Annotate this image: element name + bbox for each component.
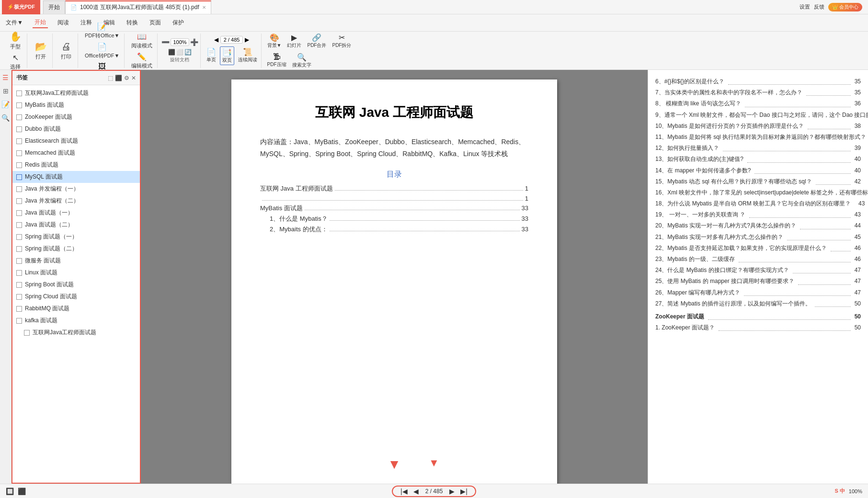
bookmark-item-20[interactable]: 互联网Java工程师面试题 (12, 327, 140, 339)
double-page-button[interactable]: 📑 双页 (220, 46, 234, 65)
sidebar-annot-icon[interactable]: 📝 (1, 101, 10, 108)
hand-icon: ✋ (10, 31, 22, 42)
open-label: 打开 (35, 53, 46, 60)
toc-page-sep: 1 (525, 195, 528, 202)
next-page-nav-button[interactable]: ▶ (447, 487, 457, 495)
bookmark-item-18[interactable]: RabbitMQ 面试题 (12, 303, 140, 315)
sidebar-bookmark-icon[interactable]: ☰ (2, 74, 9, 81)
prev-page-nav-button[interactable]: ◀ (411, 487, 421, 495)
settings-link[interactable]: 设置 (799, 3, 810, 11)
right-panel: 6、#{}和${}的区别是什么？ 35 7、当实体类中的属性名和表中的字段名不一… (648, 70, 868, 484)
print-button[interactable]: 🖨 打印 (57, 40, 76, 61)
next-page-button[interactable]: ▶ (245, 36, 249, 43)
close-tab-button[interactable]: ✕ (202, 5, 206, 10)
zoom-in-button[interactable]: ➕ (190, 38, 198, 46)
panel-collapse-button[interactable]: ⬛ (115, 75, 122, 81)
right-item-16-text: 16、Xml 映射文件中，除了常见的 select|insert|updae|d… (655, 188, 868, 197)
menu-read[interactable]: 阅读 (56, 18, 71, 28)
background-button[interactable]: 🎨 背景▼ (265, 32, 284, 50)
panel-header: 书签 ⬚ ⬛ ⚙ ✕ (12, 71, 140, 85)
red-arrow-nav: ▼ (429, 457, 439, 469)
zoom-control[interactable]: 100% (171, 38, 189, 46)
read-mode-button[interactable]: 📖 阅读模式 (128, 31, 155, 50)
fit-page-icon[interactable]: ⬜ (176, 49, 183, 56)
bookmark-item-15[interactable]: Linux 面试题 (12, 267, 140, 279)
menu-page[interactable]: 页面 (148, 18, 163, 28)
toc-item-dots: 1 (260, 195, 528, 202)
select-tool-button[interactable]: ↖ 选择 (6, 52, 25, 71)
bookmark-item-17[interactable]: Spring Cloud 面试题 (12, 291, 140, 303)
menu-convert[interactable]: 转换 (125, 18, 140, 28)
panel-expand-button[interactable]: ⬚ (108, 75, 113, 81)
open-button[interactable]: 📂 打开 (31, 40, 50, 61)
ribbon-group-zoom: ➖ 100% ➕ ⬛ ⬜ 🔄 旋转文档 (160, 34, 200, 68)
title-bar: ⚡ 极光PDF 开始 📄 1000道 互联网Java工程师面试题 485页 (1… (0, 0, 868, 14)
menu-file[interactable]: 文件▼ (4, 18, 25, 28)
single-page-button[interactable]: 📄 单页 (205, 46, 218, 65)
bookmark-item-5[interactable]: Memcached 面试题 (12, 147, 140, 159)
pdf-to-office-label: PDF转Office▼ (85, 32, 119, 39)
bookmark-item-8[interactable]: Java 并发编程（一） (12, 183, 140, 195)
pdf-to-office-button[interactable]: 📝 PDF转Office▼ (82, 21, 122, 40)
toc-text-mybatis: MyBatis 面试题 (260, 204, 303, 213)
hand-tool-button[interactable]: ✋ 手型 (6, 30, 25, 51)
bookmark-item-10[interactable]: Java 面试题（一） (12, 207, 140, 219)
edit-mode-button[interactable]: ✏️ 编辑模式 (128, 51, 155, 70)
page-control[interactable]: 2 / 485 (220, 36, 243, 44)
panel-settings-button[interactable]: ⚙ (124, 75, 129, 81)
bottom-icon-1[interactable]: 🔲 (6, 487, 14, 495)
right-item-6-dots (728, 84, 851, 85)
right-item-23-dots (739, 262, 851, 262)
menu-start[interactable]: 开始 (33, 17, 48, 28)
bottom-icon-2[interactable]: ⬛ (18, 487, 26, 495)
check-icon-12 (16, 234, 22, 240)
bookmark-item-19[interactable]: kafka 面试题 (12, 315, 140, 327)
bookmark-item-16[interactable]: Spring Boot 面试题 (12, 279, 140, 291)
feedback-link[interactable]: 反馈 (814, 3, 824, 11)
pdf-merge-button[interactable]: 🔗 PDF合并 (305, 32, 328, 50)
right-item-10-text: 10、Mybatis 是如何进行分页的？分页插件的原理是什么？ (655, 122, 804, 131)
member-button[interactable]: 👑 会员中心 (828, 3, 862, 11)
menu-protect[interactable]: 保护 (171, 18, 186, 28)
bottom-page-display: 2 / 485 (423, 488, 446, 495)
sidebar-thumb-icon[interactable]: ⊞ (3, 87, 9, 95)
office-to-pdf-button[interactable]: 📄 Office转PDF▼ (82, 41, 122, 60)
bookmark-item-9[interactable]: Java 并发编程（二） (12, 195, 140, 207)
first-page-button[interactable]: |◀ (399, 487, 410, 495)
bookmark-label-20: 互联网Java工程师面试题 (33, 328, 96, 337)
fit-width-icon[interactable]: ⬛ (168, 49, 175, 56)
bookmark-item-13[interactable]: Spring 面试题（二） (12, 243, 140, 255)
bookmark-label-9: Java 并发编程（二） (25, 197, 79, 205)
last-page-button[interactable]: ▶| (458, 487, 469, 495)
continuous-read-button[interactable]: 📜 连续阅读 (236, 46, 259, 65)
prev-page-button[interactable]: ◀ (214, 36, 218, 43)
check-icon-15 (16, 270, 22, 276)
pdf-compress-button[interactable]: 🗜 PDF压缩 (265, 52, 288, 69)
bookmark-item-6[interactable]: Redis 面试题 (12, 159, 140, 171)
lang-indicator: S 中 (834, 487, 845, 495)
bookmark-item-3[interactable]: Dubbo 面试题 (12, 123, 140, 135)
toc-page-mybatis1: 33 (522, 215, 528, 222)
bookmark-item-14[interactable]: 微服务 面试题 (12, 255, 140, 267)
bookmark-item-11[interactable]: Java 面试题（二） (12, 219, 140, 231)
search-text-button[interactable]: 🔍 搜索文字 (290, 52, 313, 69)
bookmark-item-0[interactable]: 互联网Java工程师面试题 (12, 87, 140, 99)
pdf-merge-label: PDF合并 (307, 42, 326, 49)
right-item-12-dots (723, 151, 850, 151)
tab-pdf[interactable]: 📄 1000道 互联网Java工程师面试题 485页 (1).pdf ✕ ▼ (65, 0, 211, 14)
zoom-out-button[interactable]: ➖ (161, 38, 170, 46)
rotate-icon[interactable]: 🔄 (184, 49, 192, 56)
bookmark-item-7[interactable]: MySQL 面试题 (12, 171, 140, 183)
pdf-split-button[interactable]: ✂ PDF拆分 (330, 32, 353, 50)
check-icon-11 (16, 222, 22, 228)
bookmark-item-4[interactable]: Elasticsearch 面试题 (12, 135, 140, 147)
bookmark-item-1[interactable]: MyBatis 面试题 (12, 99, 140, 111)
slideshow-button[interactable]: ▶ 幻灯片 (285, 32, 303, 50)
sidebar-search-icon[interactable]: 🔍 (1, 114, 10, 122)
panel-close-button[interactable]: ✕ (131, 75, 136, 81)
tab-home[interactable]: 开始 (43, 0, 65, 14)
toc-page-mybatis: 33 (522, 204, 528, 212)
bookmark-label-8: Java 并发编程（一） (25, 185, 79, 193)
bookmark-item-2[interactable]: ZooKeeper 面试题 (12, 111, 140, 123)
bookmark-item-12[interactable]: Spring 面试题（一） (12, 231, 140, 243)
